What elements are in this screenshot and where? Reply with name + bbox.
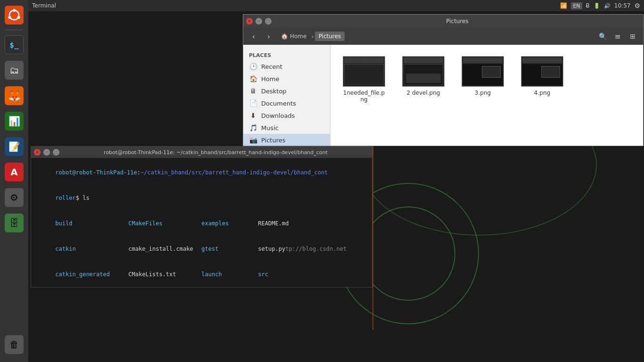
filemanager-toolbar: ‹ › 🏠 Home › Pictures 🔍 ≡ ⊞: [243, 28, 643, 45]
grid-view-button[interactable]: ⊞: [626, 30, 639, 43]
breadcrumb-home-label: Home: [290, 33, 306, 40]
sidebar-pictures-label: Pictures: [261, 137, 285, 144]
home-icon: 🏠: [249, 75, 257, 82]
launcher-item-db[interactable]: 🗄: [3, 212, 25, 234]
close-icon: ✕: [35, 150, 39, 155]
svg-point-1: [13, 9, 16, 12]
recent-icon: 🕐: [249, 63, 257, 70]
file-item-4[interactable]: 4.png: [516, 52, 568, 107]
lang-indicator[interactable]: EN: [571, 2, 582, 9]
file-thumb-2devel: [402, 56, 445, 87]
sidebar-item-recent[interactable]: 🕐 Recent: [243, 60, 330, 73]
terminal-user2: roller: [55, 195, 75, 201]
sidebar-item-home[interactable]: 🏠 Home: [243, 73, 330, 85]
font-icon: A: [5, 163, 24, 181]
launcher-item-calc[interactable]: 📊: [3, 110, 25, 132]
sidebar-downloads-label: Downloads: [261, 112, 295, 119]
fm-close-button[interactable]: ✕: [246, 18, 253, 25]
bluetooth-icon: Ƀ: [586, 2, 590, 9]
launcher-item-terminal[interactable]: $_: [3, 33, 25, 56]
file-item-2devel[interactable]: 2 devel.png: [397, 52, 449, 107]
fm-maximize-button[interactable]: □: [265, 18, 272, 25]
breadcrumb-pictures[interactable]: Pictures: [315, 32, 345, 41]
maximize-icon: □: [54, 150, 58, 155]
writer-icon: 📝: [5, 137, 24, 156]
sidebar-recent-label: Recent: [261, 63, 282, 70]
decoration-line: [372, 141, 373, 330]
menubar-left: Terminal: [32, 2, 56, 9]
sidebar-desktop-label: Desktop: [261, 88, 287, 95]
search-icon: 🔍: [599, 33, 607, 40]
file-item-3[interactable]: 3.png: [457, 52, 509, 107]
launcher-item-font[interactable]: A: [3, 161, 25, 183]
desktop-icon: 🖥: [249, 87, 257, 95]
back-icon: ‹: [252, 32, 255, 41]
terminal-ls-line-2: catkincmake_install.cmakegtestsetup.pytp…: [35, 236, 368, 262]
terminal-user: robot@robot-ThinkPad-11e: [55, 169, 137, 176]
battery-icon: 🔋: [594, 3, 600, 9]
file-thumb-1needed: [343, 56, 385, 87]
forward-button[interactable]: ›: [262, 30, 275, 43]
menubar: Terminal 📶 EN Ƀ 🔋 🔊 10:57 ⚙: [28, 0, 644, 11]
launcher: $_ 🗂 🦊 📊 📝 A ⚙: [0, 0, 28, 362]
file-item-1needed[interactable]: 1needed_file.png: [338, 52, 390, 107]
menu-button[interactable]: ≡: [611, 30, 624, 43]
back-button[interactable]: ‹: [247, 30, 260, 43]
terminal-close-button[interactable]: ✕: [34, 149, 41, 156]
file-thumb-3: [462, 56, 504, 87]
terminal-window: ✕ ─ □ robot@robot-ThinkPad-11e: ~/catkin…: [31, 146, 372, 288]
downloads-icon: ⬇: [249, 112, 257, 119]
fm-files-area: 1needed_file.png 2 devel.png: [330, 45, 643, 146]
file-thumb-4: [521, 56, 563, 87]
sidebar-places-section: Places 🕐 Recent 🏠 Home 🖥 Desktop 📄 Docum…: [243, 49, 330, 146]
svg-point-3: [8, 16, 11, 19]
fm-minimize-button[interactable]: ─: [256, 18, 262, 25]
sidebar-places-header: Places: [243, 50, 330, 60]
sidebar-home-label: Home: [261, 75, 279, 82]
terminal-line-prompt1: robot@robot-ThinkPad-11e:~/catkin_bhand/…: [35, 160, 368, 185]
documents-icon: 📄: [249, 99, 257, 107]
launcher-separator-1: [6, 30, 23, 30]
launcher-item-writer[interactable]: 📝: [3, 135, 25, 158]
sidebar-documents-label: Documents: [261, 100, 296, 107]
ubuntu-logo-icon: [5, 6, 24, 25]
file-name-2devel: 2 devel.png: [407, 90, 440, 96]
filemanager-body: Places 🕐 Recent 🏠 Home 🖥 Desktop 📄 Docum…: [243, 45, 643, 146]
pictures-icon: 📷: [249, 136, 257, 144]
breadcrumb-home[interactable]: 🏠 Home: [277, 32, 310, 41]
breadcrumb-pictures-label: Pictures: [319, 33, 341, 40]
filemanager-window: ✕ ─ □ Pictures ‹ › 🏠 Home › Pictures: [243, 14, 644, 146]
svg-point-2: [17, 16, 20, 19]
terminal-maximize-button[interactable]: □: [53, 149, 59, 156]
terminal-content[interactable]: robot@robot-ThinkPad-11e:~/catkin_bhand/…: [31, 158, 372, 287]
files-icon: 🗂: [5, 61, 24, 80]
sidebar-item-pictures[interactable]: 📷 Pictures: [243, 134, 330, 146]
sidebar-item-downloads[interactable]: ⬇ Downloads: [243, 109, 330, 122]
forward-icon: ›: [267, 32, 270, 41]
calc-icon: 📊: [5, 112, 24, 131]
sidebar-item-music[interactable]: 🎵 Music: [243, 122, 330, 134]
launcher-item-trash[interactable]: 🗑: [3, 333, 25, 356]
grid-icon: ⊞: [630, 33, 636, 40]
hamburger-icon: ≡: [614, 32, 620, 41]
terminal-title: robot@robot-ThinkPad-11e: ~/catkin_bhand…: [62, 149, 369, 156]
launcher-item-files[interactable]: 🗂: [3, 59, 25, 82]
launcher-item-ubuntu[interactable]: [3, 4, 25, 26]
terminal-ls-line-3: catkin_generatedCMakeLists.txtlaunchsrc: [35, 262, 368, 287]
wifi-icon: 📶: [560, 2, 567, 9]
system-menu-icon[interactable]: ⚙: [634, 2, 640, 9]
sidebar-item-desktop[interactable]: 🖥 Desktop: [243, 85, 330, 97]
file-name-3: 3.png: [475, 90, 491, 96]
sidebar-music-label: Music: [261, 124, 279, 132]
terminal-line-prompt2: roller$ ls: [35, 185, 368, 211]
settings-icon: ⚙: [5, 188, 24, 207]
terminal-minimize-button[interactable]: ─: [43, 149, 50, 156]
launcher-item-settings[interactable]: ⚙: [3, 186, 25, 209]
search-button[interactable]: 🔍: [596, 30, 609, 43]
sidebar-item-documents[interactable]: 📄 Documents: [243, 97, 330, 109]
launcher-item-firefox[interactable]: 🦊: [3, 84, 25, 107]
terminal-titlebar: ✕ ─ □ robot@robot-ThinkPad-11e: ~/catkin…: [31, 147, 372, 158]
volume-icon: 🔊: [604, 3, 611, 9]
clock: 10:57: [614, 2, 631, 9]
home-breadcrumb-icon: 🏠: [281, 33, 288, 40]
